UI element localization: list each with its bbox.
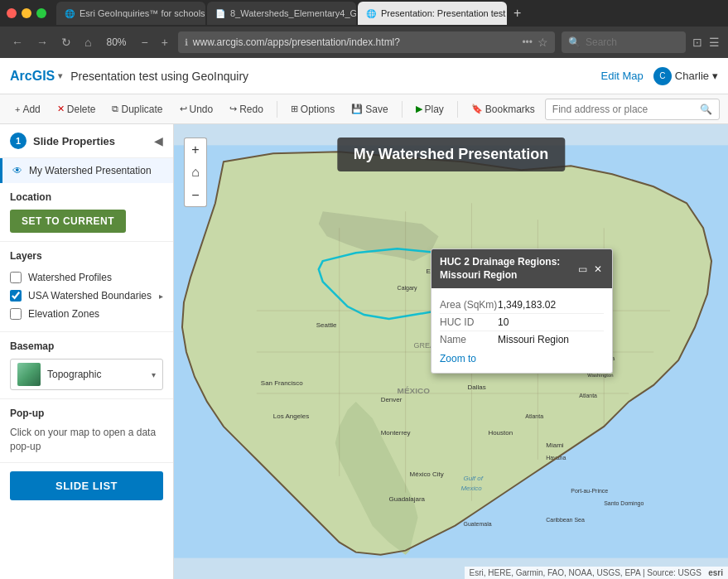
home-button[interactable]: ⌂ xyxy=(81,34,94,51)
tab-favicon-1: 🌐 xyxy=(65,9,75,18)
elevation-zones-label: Elevation Zones xyxy=(28,308,163,320)
logo-dropdown-icon[interactable]: ▾ xyxy=(58,71,62,80)
map-background: Seattle Calgary Edmonton Lake Superior B… xyxy=(174,124,728,579)
fullscreen-button[interactable] xyxy=(36,8,46,18)
attribution-text: Esri, HERE, Garmin, FAO, NOAA, USGS, EPA… xyxy=(470,568,701,577)
watershed-profiles-checkbox[interactable] xyxy=(10,272,22,283)
popup-close-button[interactable]: ✕ xyxy=(592,263,604,275)
separator-2 xyxy=(402,101,403,118)
popup-section-title: Pop-up xyxy=(10,408,163,419)
svg-text:Seattle: Seattle xyxy=(316,321,337,329)
popup-area-label: Area (SqKm) xyxy=(440,299,498,311)
map-area[interactable]: Seattle Calgary Edmonton Lake Superior B… xyxy=(174,124,728,579)
popup-minimize-button[interactable]: ▭ xyxy=(576,263,589,275)
popup-name-row: Name Missouri Region xyxy=(440,331,604,348)
new-tab-button[interactable]: + xyxy=(509,6,526,21)
address-bar[interactable]: ℹ www.arcgis.com/apps/presentation/index… xyxy=(178,31,555,53)
svg-text:Los Angeles: Los Angeles xyxy=(273,413,309,420)
search-input[interactable] xyxy=(586,36,710,48)
sidebar-header: 1 Slide Properties ◀ xyxy=(0,124,173,158)
eye-icon: 👁 xyxy=(12,165,22,176)
user-menu-button[interactable]: C Charlie ▾ xyxy=(653,67,718,85)
layer-item-watershed-profiles: Watershed Profiles xyxy=(10,268,163,287)
search-bar[interactable]: 🔍 xyxy=(562,31,686,53)
popup-name-value: Missouri Region xyxy=(498,334,569,345)
user-avatar-icon: C xyxy=(653,67,672,85)
tab-bar: 🌐 Esri GeoInquiries™ for schools ✕ 📄 8_W… xyxy=(0,0,728,27)
play-button[interactable]: ▶ Play xyxy=(409,100,451,118)
svg-text:Port-au-Prince: Port-au-Prince xyxy=(571,488,608,494)
popup-body: Area (SqKm) 1,349,183.02 HUC ID 10 Name … xyxy=(431,288,612,373)
popup-huc-label: HUC ID xyxy=(440,316,498,328)
find-address-search-icon[interactable]: 🔍 xyxy=(700,104,712,115)
minimize-button[interactable] xyxy=(22,8,31,18)
slide-list-button[interactable]: SLIDE LIST xyxy=(10,471,163,500)
svg-text:San Francisco: San Francisco xyxy=(261,379,304,387)
basemap-selector[interactable]: Topographic ▾ xyxy=(10,359,163,390)
svg-text:MÉXICO: MÉXICO xyxy=(398,386,431,395)
back-button[interactable]: ← xyxy=(8,34,27,51)
tab-favicon-2: 📄 xyxy=(215,9,225,18)
svg-text:Calgary: Calgary xyxy=(398,285,418,292)
bookmark-star-icon[interactable]: ☆ xyxy=(538,36,548,49)
elevation-zones-checkbox[interactable] xyxy=(10,308,22,320)
url-text: www.arcgis.com/apps/presentation/index.h… xyxy=(193,36,518,48)
zoom-controls: + ⌂ − xyxy=(184,138,207,207)
basemap-dropdown-icon[interactable]: ▾ xyxy=(152,370,156,379)
find-address-bar[interactable]: 🔍 xyxy=(545,99,720,120)
edit-map-button[interactable]: Edit Map xyxy=(601,70,644,82)
basemap-section: Basemap Topographic ▾ xyxy=(0,332,173,399)
popup-area-value: 1,349,183.02 xyxy=(498,299,556,311)
tab-label-2: 8_Watersheds_Elementary4_GeoIn... xyxy=(230,8,356,18)
delete-button[interactable]: ✕ Delete xyxy=(51,100,103,118)
close-button[interactable] xyxy=(7,8,17,18)
zoom-in-button[interactable]: + xyxy=(184,138,207,161)
tab-presentation[interactable]: 🌐 Presentation: Presentation test ✕ xyxy=(358,2,507,25)
user-name: Charlie xyxy=(675,70,709,82)
add-button[interactable]: + Add xyxy=(8,100,47,118)
tab-geoinquiries[interactable]: 🌐 Esri GeoInquiries™ for schools ✕ xyxy=(56,2,205,25)
slide-number: 1 xyxy=(10,133,27,149)
undo-label: Undo xyxy=(190,104,214,115)
slide-name: My Watershed Presentation xyxy=(29,165,152,176)
bookmarks-button[interactable]: 🔖 Bookmarks xyxy=(465,100,542,118)
save-button[interactable]: 💾 Save xyxy=(345,100,394,118)
zoom-minus-button[interactable]: − xyxy=(137,34,151,51)
svg-text:Gulf of: Gulf of xyxy=(463,475,483,482)
popup-huc-row: HUC ID 10 xyxy=(440,314,604,331)
app-logo[interactable]: ArcGIS ▾ xyxy=(10,69,62,84)
tab-watersheds[interactable]: 📄 8_Watersheds_Elementary4_GeoIn... ✕ xyxy=(207,2,356,25)
slide-item[interactable]: 👁 My Watershed Presentation xyxy=(0,158,173,183)
zoom-home-button[interactable]: ⌂ xyxy=(184,161,207,184)
location-section: Location SET TO CURRENT xyxy=(0,183,173,242)
location-title: Location xyxy=(10,191,163,203)
address-more-icon[interactable]: ••• xyxy=(522,36,533,48)
map-title: My Watershed Presentation xyxy=(337,138,565,171)
zoom-level: 80% xyxy=(101,36,131,48)
forward-button[interactable]: → xyxy=(33,34,51,51)
bookmarks-icon: 🔖 xyxy=(471,104,483,114)
zoom-plus-button[interactable]: + xyxy=(158,34,171,51)
menu-button[interactable]: ☰ xyxy=(709,36,720,49)
usa-watershed-expand-icon[interactable]: ▸ xyxy=(159,292,163,301)
popup-description: Click on your map to open a data pop-up xyxy=(10,426,163,454)
refresh-button[interactable]: ↻ xyxy=(58,34,75,51)
popup-zoom-link[interactable]: Zoom to xyxy=(440,353,604,364)
options-button[interactable]: ⊞ Options xyxy=(284,100,341,118)
layers-title: Layers xyxy=(10,250,163,262)
find-address-input[interactable] xyxy=(552,104,695,115)
ssl-icon: ℹ xyxy=(185,37,188,48)
redo-button[interactable]: ↪ Redo xyxy=(223,100,270,118)
undo-button[interactable]: ↩ Undo xyxy=(173,100,220,118)
user-arrow-icon: ▾ xyxy=(712,70,718,82)
set-to-current-button[interactable]: SET TO CURRENT xyxy=(10,210,126,233)
svg-text:Guadalajara: Guadalajara xyxy=(389,495,426,503)
usa-watershed-checkbox[interactable] xyxy=(10,290,22,302)
sidebar-collapse-button[interactable]: ◀ xyxy=(154,134,163,147)
duplicate-button[interactable]: ⧉ Duplicate xyxy=(105,100,169,118)
sidebar-toggle-button[interactable]: ⊡ xyxy=(692,36,702,49)
zoom-out-button[interactable]: − xyxy=(184,184,207,207)
popup-controls: ▭ ✕ xyxy=(576,263,604,275)
svg-text:Atlanta: Atlanta xyxy=(525,413,543,419)
duplicate-icon: ⧉ xyxy=(112,104,118,114)
